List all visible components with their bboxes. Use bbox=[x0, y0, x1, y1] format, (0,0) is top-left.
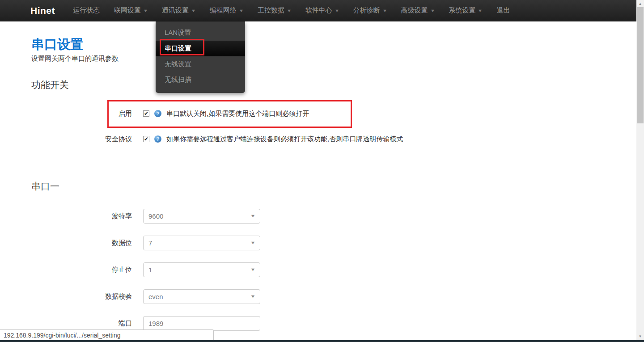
data-bits-row: 数据位 7 ▼ bbox=[31, 235, 260, 250]
secure-protocol-checkbox[interactable]: ✔ bbox=[143, 136, 149, 142]
main-content: Hinet 运行状态 联网设置 ▼ 通讯设置 ▼ 编程网络 ▼ 工控数据 ▼ 软… bbox=[0, 0, 644, 342]
dropdown-item-wireless-scan[interactable]: 无线扫描 bbox=[156, 72, 245, 88]
chevron-down-icon: ▼ bbox=[334, 8, 339, 13]
dropdown-item-serial-settings[interactable]: 串口设置 bbox=[156, 41, 245, 56]
scrollbar-up-arrow-icon[interactable]: ▲ bbox=[636, 0, 644, 7]
parity-label: 数据校验 bbox=[31, 292, 132, 301]
comm-settings-dropdown-menu: LAN设置 串口设置 无线设置 无线扫描 bbox=[156, 21, 245, 93]
secure-protocol-help-text: 如果你需要远程通过客户端连接设备则必须打开该功能,否则串口牌透明传输模式 bbox=[166, 135, 403, 144]
chevron-down-icon: ▼ bbox=[478, 8, 483, 13]
page-subtitle: 设置网关两个串口的通讯参数 bbox=[31, 55, 119, 63]
data-bits-value: 7 bbox=[148, 239, 152, 247]
secure-protocol-row: 安全协议 ✔ ? 如果你需要远程通过客户端连接设备则必须打开该功能,否则串口牌透… bbox=[31, 135, 403, 144]
help-icon[interactable]: ? bbox=[154, 135, 161, 143]
scrollbar-thumb[interactable] bbox=[637, 7, 644, 123]
nav-item-label: 运行状态 bbox=[73, 6, 100, 15]
nav-item-label: 分析诊断 bbox=[353, 6, 380, 15]
dropdown-item-lan-settings[interactable]: LAN设置 bbox=[156, 25, 245, 41]
taskbar-top-edge bbox=[0, 340, 644, 342]
nav-item-network-settings[interactable]: 联网设置 ▼ bbox=[107, 0, 155, 21]
port-row: 端口 bbox=[31, 316, 260, 331]
nav-item-industrial-data[interactable]: 工控数据 ▼ bbox=[250, 0, 298, 21]
section-heading-serial-one: 串口一 bbox=[31, 180, 59, 193]
port-label: 端口 bbox=[31, 319, 132, 328]
nav-item-system-settings[interactable]: 系统设置 ▼ bbox=[441, 0, 489, 21]
baud-rate-row: 波特率 9600 ▼ bbox=[31, 208, 260, 224]
dropdown-item-wireless-settings[interactable]: 无线设置 bbox=[156, 56, 245, 72]
port-input[interactable] bbox=[143, 316, 260, 331]
parity-row: 数据校验 even ▼ bbox=[31, 289, 260, 304]
nav-item-software-center[interactable]: 软件中心 ▼ bbox=[298, 0, 346, 21]
brand-logo[interactable]: Hinet bbox=[30, 5, 55, 16]
section-heading-function-switch: 功能开关 bbox=[31, 79, 69, 91]
chevron-down-icon: ▼ bbox=[143, 8, 148, 13]
vertical-scrollbar[interactable]: ▲ ▼ bbox=[636, 0, 644, 342]
enable-help-text: 串口默认关闭,如果需要使用这个端口则必须打开 bbox=[166, 110, 309, 118]
nav-item-logout[interactable]: 退出 bbox=[489, 0, 517, 21]
enable-checkbox[interactable]: ✔ bbox=[143, 110, 149, 117]
nav-item-advanced-settings[interactable]: 高级设置 ▼ bbox=[394, 0, 442, 21]
nav-item-label: 退出 bbox=[496, 6, 510, 15]
nav-item-analysis-diagnosis[interactable]: 分析诊断 ▼ bbox=[346, 0, 394, 21]
chevron-down-icon: ▼ bbox=[382, 8, 387, 13]
chevron-down-icon: ▼ bbox=[250, 241, 255, 245]
scrollbar-down-arrow-icon[interactable]: ▼ bbox=[636, 333, 644, 340]
help-icon[interactable]: ? bbox=[154, 110, 161, 117]
chevron-down-icon: ▼ bbox=[430, 8, 435, 13]
baud-rate-value: 9600 bbox=[148, 212, 163, 220]
stop-bits-label: 停止位 bbox=[31, 266, 132, 274]
nav-item-label: 工控数据 bbox=[258, 6, 284, 15]
parity-select[interactable]: even ▼ bbox=[143, 289, 260, 304]
chevron-down-icon: ▼ bbox=[239, 8, 244, 13]
chevron-down-icon: ▼ bbox=[191, 8, 196, 13]
baud-rate-select[interactable]: 9600 ▼ bbox=[143, 209, 260, 224]
nav-item-comm-settings[interactable]: 通讯设置 ▼ bbox=[155, 0, 203, 21]
secure-protocol-label: 安全协议 bbox=[31, 135, 132, 144]
enable-row: 启用 ✔ ? 串口默认关闭,如果需要使用这个端口则必须打开 bbox=[31, 109, 309, 118]
status-url-tooltip: 192.168.9.199/cgi-bin/luci/.../serial_se… bbox=[0, 329, 214, 340]
stop-bits-value: 1 bbox=[148, 266, 152, 274]
top-navbar: Hinet 运行状态 联网设置 ▼ 通讯设置 ▼ 编程网络 ▼ 工控数据 ▼ 软… bbox=[0, 0, 636, 21]
chevron-down-icon: ▼ bbox=[286, 8, 292, 13]
stop-bits-row: 停止位 1 ▼ bbox=[31, 262, 260, 277]
chevron-down-icon: ▼ bbox=[250, 214, 255, 218]
nav-item-label: 编程网络 bbox=[210, 6, 237, 15]
data-bits-label: 数据位 bbox=[31, 239, 132, 247]
status-url-text: 192.168.9.199/cgi-bin/luci/.../serial_se… bbox=[4, 332, 121, 339]
page-title: 串口设置 bbox=[31, 36, 83, 54]
nav-item-label: 联网设置 bbox=[114, 6, 141, 15]
enable-label: 启用 bbox=[31, 110, 132, 118]
data-bits-select[interactable]: 7 ▼ bbox=[143, 236, 260, 250]
nav-item-label: 系统设置 bbox=[449, 6, 475, 15]
nav-item-label: 通讯设置 bbox=[162, 6, 189, 15]
nav-item-label: 软件中心 bbox=[305, 6, 332, 15]
nav-item-running-status[interactable]: 运行状态 bbox=[66, 0, 107, 21]
baud-rate-label: 波特率 bbox=[31, 212, 132, 220]
chevron-down-icon: ▼ bbox=[250, 294, 255, 299]
nav-item-label: 高级设置 bbox=[401, 6, 428, 15]
nav-item-programming-network[interactable]: 编程网络 ▼ bbox=[203, 0, 250, 21]
chevron-down-icon: ▼ bbox=[250, 267, 255, 272]
stop-bits-select[interactable]: 1 ▼ bbox=[143, 262, 260, 277]
parity-value: even bbox=[148, 293, 163, 300]
